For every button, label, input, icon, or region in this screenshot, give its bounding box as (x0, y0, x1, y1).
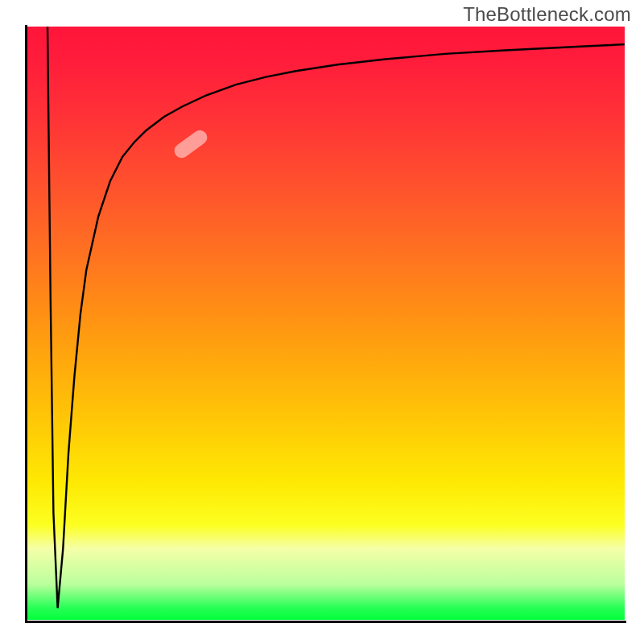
plot-area (27, 27, 625, 620)
watermark: TheBottleneck.com (463, 3, 631, 26)
x-axis (25, 621, 626, 623)
y-axis (25, 25, 27, 623)
chart-frame: TheBottleneck.com (0, 0, 644, 644)
